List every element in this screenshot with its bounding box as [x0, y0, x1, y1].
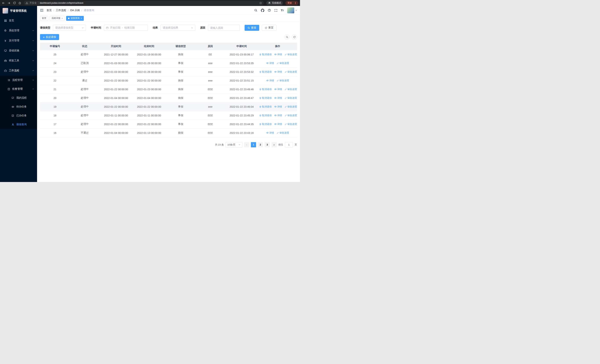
page-size-select[interactable]: 10条/页: [225, 142, 242, 147]
page-button-2[interactable]: 2: [258, 142, 263, 147]
reload-icon[interactable]: [13, 1, 16, 4]
create-leave-button[interactable]: + 发起请假: [40, 34, 59, 40]
approval-progress-link[interactable]: 审批进度: [285, 53, 297, 56]
detail-link[interactable]: 详情: [266, 62, 274, 65]
sidebar-item-my-process[interactable]: 我的流程: [0, 93, 37, 102]
approval-progress-link[interactable]: 审批进度: [277, 131, 289, 135]
cancel-leave-link[interactable]: 取消请假: [259, 105, 272, 108]
approval-progress-link[interactable]: 审批进度: [277, 62, 289, 65]
sidebar-item-system-mgmt[interactable]: ⚙ 系统管理: [0, 26, 37, 36]
detail-link[interactable]: 详情: [266, 79, 274, 82]
cancel-leave-link[interactable]: 取消请假: [259, 122, 272, 126]
cell-apply-id: 18: [40, 111, 70, 120]
cell-apply-id: 17: [40, 120, 70, 129]
cell-actions: 取消请假 详情 审批进度: [258, 67, 297, 76]
approval-progress-link[interactable]: 审批进度: [285, 114, 297, 117]
cell-end-time: 2022-01-26 00:00:00: [132, 59, 166, 67]
update-button[interactable]: 更新 ⋮: [285, 1, 298, 5]
cancel-leave-link[interactable]: 取消请假: [259, 114, 272, 117]
cancel-leave-link[interactable]: 取消请假: [259, 70, 272, 74]
detail-link[interactable]: 详情: [266, 131, 274, 135]
approval-progress-link[interactable]: 审批进度: [285, 105, 297, 108]
sidebar-item-dev-tools[interactable]: 研发工具: [0, 56, 37, 65]
cell-end-time: 2022-01-11 00:00:00: [132, 111, 166, 120]
date-range-picker[interactable]: 开始日期 - 结束日期: [104, 25, 148, 31]
cell-status: 已取消: [70, 59, 100, 67]
active-tab-dot: [68, 18, 69, 19]
goto-page-input[interactable]: [285, 142, 293, 147]
cancel-leave-link[interactable]: 取消请假: [259, 96, 272, 100]
app-logo[interactable]: 芋道管理系统: [0, 6, 37, 16]
sidebar-item-todo-tasks[interactable]: 待办任务: [0, 102, 37, 111]
table-row: 22 通过 2022-01-22 00:00:00 2022-01-22 00:…: [40, 76, 297, 85]
search-icon[interactable]: [254, 9, 257, 12]
close-icon[interactable]: ×: [62, 17, 63, 19]
fullscreen-icon[interactable]: [274, 9, 277, 12]
detail-link[interactable]: 详情: [274, 114, 282, 117]
cell-apply-id: 20: [40, 93, 70, 102]
browser-chrome: 不安全 dashboard.yudao.iocoder.cn/bpm/oa/le…: [0, 0, 300, 6]
next-page-button[interactable]: ›: [272, 142, 277, 147]
collapse-sidebar-icon[interactable]: [40, 9, 44, 12]
sidebar-item-workflow[interactable]: 工作流程: [0, 65, 37, 76]
page-button-1[interactable]: 1: [251, 142, 256, 147]
home-icon[interactable]: [18, 1, 21, 4]
github-icon[interactable]: [261, 9, 264, 12]
cell-start-time: 2021-12-27 00:00:00: [100, 50, 132, 59]
detail-link[interactable]: 详情: [274, 70, 282, 74]
toggle-search-icon[interactable]: [284, 35, 290, 40]
sidebar-item-payment-mgmt[interactable]: ¥ 支付管理: [0, 36, 37, 46]
close-icon[interactable]: ×: [81, 17, 82, 19]
approval-progress-link[interactable]: 审批进度: [277, 79, 289, 82]
bookmark-star-icon[interactable]: [259, 2, 262, 4]
tab-home[interactable]: 首页: [40, 16, 48, 21]
search-button[interactable]: 搜索: [244, 25, 259, 31]
cell-actions: 详情 审批进度: [258, 76, 297, 85]
breadcrumb-separator: /: [68, 9, 69, 12]
briefcase-icon: [4, 59, 7, 62]
sidebar-item-infrastructure[interactable]: 基础设施: [0, 46, 37, 56]
approval-progress-link[interactable]: 审批进度: [285, 88, 297, 91]
result-select[interactable]: 请选择流结果: [160, 25, 195, 31]
forward-icon[interactable]: [7, 1, 10, 5]
sidebar: 芋道管理系统 首页 ⚙ 系统管理 ¥ 支付管理: [0, 6, 37, 182]
help-icon[interactable]: [268, 9, 271, 12]
approval-progress-link[interactable]: 审批进度: [285, 70, 297, 74]
detail-link[interactable]: 详情: [274, 122, 282, 126]
monitor-icon: [4, 49, 7, 52]
browser-menu-icon[interactable]: ⋮: [293, 1, 297, 4]
breadcrumb-item-workflow[interactable]: 工作流程: [56, 9, 66, 12]
address-bar[interactable]: 不安全 dashboard.yudao.iocoder.cn/bpm/oa/le…: [24, 1, 264, 5]
sidebar-item-task-mgmt[interactable]: 任务管理: [0, 84, 37, 93]
list-icon: [7, 79, 10, 82]
back-icon[interactable]: [2, 1, 5, 5]
sidebar-item-leave-query[interactable]: 请假查询: [0, 120, 37, 129]
sidebar-item-done-tasks[interactable]: 已办任务: [0, 111, 37, 120]
breadcrumb-item-home[interactable]: 首页: [47, 9, 52, 12]
user-menu[interactable]: [287, 7, 297, 13]
refresh-icon[interactable]: [292, 35, 297, 40]
tab-leave-query[interactable]: 请假查询 ×: [66, 16, 84, 21]
tab-process-detail[interactable]: 流程详情 ×: [50, 16, 65, 21]
cancel-leave-link[interactable]: 取消请假: [259, 53, 272, 56]
font-size-icon[interactable]: TT: [281, 9, 284, 12]
reset-button[interactable]: 重置: [262, 25, 276, 31]
detail-link[interactable]: 详情: [274, 96, 282, 100]
pagination: 共 23 条 10条/页 ‹ 1 2 3 › 前往 页: [40, 142, 297, 147]
table-row: 19 处理中 2022-01-22 00:00:00 2022-01-22 00…: [40, 102, 297, 111]
reason-input[interactable]: [208, 25, 240, 31]
detail-link[interactable]: 详情: [274, 88, 282, 91]
prev-page-button[interactable]: ‹: [244, 142, 249, 147]
page-button-3[interactable]: 3: [265, 142, 270, 147]
calendar-icon: [106, 27, 109, 29]
breadcrumb-item-oa-example[interactable]: OA 示例: [70, 9, 80, 12]
detail-link[interactable]: 详情: [274, 53, 282, 56]
approval-progress-link[interactable]: 审批进度: [285, 96, 297, 100]
sidebar-item-home[interactable]: 首页: [0, 16, 37, 26]
detail-link[interactable]: 详情: [274, 105, 282, 108]
approval-progress-link[interactable]: 审批进度: [285, 122, 297, 126]
cancel-leave-link[interactable]: 取消请假: [259, 88, 272, 91]
cell-leave-type: 事假: [166, 120, 196, 129]
leave-type-select[interactable]: 请选择请假类型: [53, 25, 86, 31]
sidebar-item-process-mgmt[interactable]: 流程管理: [0, 76, 37, 84]
